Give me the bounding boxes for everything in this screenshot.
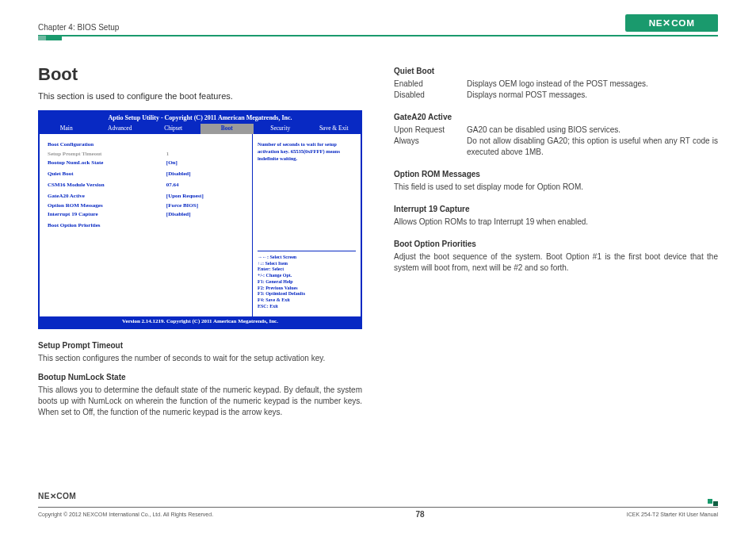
section-heading: GateA20 Active	[394, 112, 718, 123]
definition-term: Enabled	[394, 79, 467, 90]
section-heading: Setup Prompt Timeout	[38, 340, 362, 351]
section-body: This field is used to set display mode f…	[394, 182, 718, 193]
right-text-sections: Quiet BootEnabledDisplays OEM logo inste…	[394, 66, 718, 274]
bios-left-panel: Boot ConfigurationSetup Prompt Timeout1B…	[40, 134, 253, 316]
section-heading: Bootup NumLock State	[38, 372, 362, 383]
section-body: Adjust the boot sequence of the system. …	[394, 251, 718, 274]
right-column: Quiet BootEnabledDisplays OEM logo inste…	[394, 63, 718, 418]
bios-help-key-line: F2: Previous Values	[258, 286, 356, 292]
chapter-label: Chapter 4: BIOS Setup	[38, 23, 119, 32]
bios-setting-row: Interrupt 19 Capture[Disabled]	[48, 210, 244, 220]
bios-footer-bar: Version 2.14.1219. Copyright (C) 2011 Am…	[40, 316, 361, 328]
bios-setting-value: [Force BIOS]	[166, 201, 244, 211]
content-columns: Boot This section is used to configure t…	[38, 63, 718, 418]
header-accent-icon	[38, 36, 62, 40]
section-heading: Boot Option Priorities	[394, 239, 718, 250]
bios-setting-row: Quiet Boot[Disabled]	[48, 170, 244, 179]
section-body: This allows you to determine the default…	[38, 385, 362, 418]
svg-text:NE✕COM: NE✕COM	[38, 492, 76, 500]
bios-help-key-line: F1: General Help	[258, 279, 356, 286]
definition-desc: Do not allow disabling GA20; this option…	[467, 136, 718, 158]
footer-manual-name: ICEK 254-T2 Starter Kit User Manual	[627, 512, 718, 517]
bios-screenshot: Aptio Setup Utility - Copyright (C) 2011…	[38, 110, 362, 328]
bios-setting-value	[166, 221, 244, 231]
bios-help-key-line: →←: Select Screen	[258, 255, 356, 261]
bios-setting-value: [Disabled]	[166, 170, 244, 179]
bios-setting-label: GateA20 Active	[48, 192, 166, 201]
right-section: GateA20 ActiveUpon RequestGA20 can be di…	[394, 112, 718, 158]
bios-setting-value: 07.64	[166, 181, 244, 190]
right-section: Option ROM MessagesThis field is used to…	[394, 169, 718, 193]
footer-copyright: Copyright © 2012 NEXCOM International Co…	[38, 512, 213, 517]
page-footer: NE✕COM Copyright © 2012 NEXCOM Internati…	[38, 507, 718, 519]
definition-term: Upon Request	[394, 125, 467, 136]
bios-setting-row: CSM16 Module Version07.64	[48, 181, 244, 190]
bios-help-key-line: Enter: Select	[258, 266, 356, 273]
bios-tab-main: Main	[40, 124, 94, 134]
bios-setting-row: Option ROM Messages[Force BIOS]	[48, 201, 244, 211]
definition-desc: Displays OEM logo instead of the POST me…	[467, 79, 718, 90]
bios-help-key-line: +/-: Change Opt.	[258, 273, 356, 279]
bios-setting-value: [Upon Request]	[166, 192, 244, 201]
section-heading: Quiet Boot	[394, 66, 718, 77]
bios-help-keys: →←: Select Screen↑↓: Select ItemEnter: S…	[258, 251, 356, 310]
bios-right-panel: Number of seconds to wait for setup acti…	[253, 134, 361, 316]
left-column: Boot This section is used to configure t…	[38, 63, 362, 418]
right-section: Quiet BootEnabledDisplays OEM logo inste…	[394, 66, 718, 101]
bios-setting-label: CSM16 Module Version	[48, 181, 166, 190]
svg-text:NE✕COM: NE✕COM	[648, 17, 694, 28]
bios-setting-row: Boot Option Priorities	[48, 221, 244, 231]
bios-help-description: Number of seconds to wait for setup acti…	[258, 140, 356, 162]
bios-tab-chipset: Chipset	[147, 124, 200, 134]
definition-term: Disabled	[394, 90, 467, 101]
bios-tab-advanced: Advanced	[94, 124, 147, 134]
bios-help-key-line: F4: Save & Exit	[258, 297, 356, 304]
definition-row: DisabledDisplays normal POST messages.	[394, 90, 718, 101]
definition-row: Upon RequestGA20 can be disabled using B…	[394, 125, 718, 136]
bios-setting-value	[166, 140, 244, 150]
bios-settings-table: Boot ConfigurationSetup Prompt Timeout1B…	[48, 140, 244, 231]
bios-help-key-line: ↑↓: Select Item	[258, 261, 356, 267]
definition-desc: Displays normal POST messages.	[467, 90, 718, 101]
bios-setting-label: Setup Prompt Timeout	[48, 150, 166, 159]
right-section: Interrupt 19 CaptureAllows Option ROMs t…	[394, 204, 718, 228]
page-number: 78	[415, 510, 424, 519]
bios-setting-value: [On]	[166, 159, 244, 168]
bios-setting-label: Boot Option Priorities	[48, 221, 166, 231]
section-heading: Interrupt 19 Capture	[394, 204, 718, 215]
definition-desc: GA20 can be disabled using BIOS services…	[467, 125, 718, 136]
page-header: Chapter 4: BIOS Setup NE✕COM	[38, 14, 718, 36]
section-body: Allows Option ROMs to trap Interrupt 19 …	[394, 217, 718, 228]
footer-logo-icon: NE✕COM	[38, 489, 107, 502]
left-text-sections: Setup Prompt TimeoutThis section configu…	[38, 340, 362, 418]
intro-text: This section is used to configure the bo…	[38, 90, 362, 102]
bios-help-key-line: ESC: Exit	[258, 304, 356, 310]
right-section: Boot Option PrioritiesAdjust the boot se…	[394, 239, 718, 274]
bios-tab-boot: Boot	[200, 124, 254, 134]
bios-setting-row: GateA20 Active[Upon Request]	[48, 192, 244, 201]
bios-setting-label: Boot Configuration	[48, 140, 166, 150]
bios-setting-row: Boot Configuration	[48, 140, 244, 150]
bios-tab-security: Security	[254, 124, 307, 134]
bios-setting-row: Bootup NumLock State[On]	[48, 159, 244, 168]
section-body: This section configures the number of se…	[38, 353, 362, 364]
bios-body: Boot ConfigurationSetup Prompt Timeout1B…	[40, 134, 361, 316]
bios-setting-value: [Disabled]	[166, 210, 244, 220]
bios-tab-save-exit: Save & Exit	[307, 124, 361, 134]
bios-setting-label: Option ROM Messages	[48, 201, 166, 211]
definition-row: EnabledDisplays OEM logo instead of the …	[394, 79, 718, 90]
nexcom-logo-icon: NE✕COM	[625, 14, 718, 32]
bios-setting-row: Setup Prompt Timeout1	[48, 150, 244, 159]
bios-setting-label: Interrupt 19 Capture	[48, 210, 166, 220]
bios-setting-label: Bootup NumLock State	[48, 159, 166, 168]
page-title: Boot	[38, 63, 362, 87]
footer-squares-icon	[707, 499, 718, 504]
bios-help-key-line: F3: Optimized Defaults	[258, 291, 356, 297]
definition-term: Always	[394, 136, 467, 158]
bios-tab-row: MainAdvancedChipsetBootSecuritySave & Ex…	[40, 124, 361, 134]
section-heading: Option ROM Messages	[394, 169, 718, 180]
bios-title-bar: Aptio Setup Utility - Copyright (C) 2011…	[40, 112, 361, 124]
definition-row: AlwaysDo not allow disabling GA20; this …	[394, 136, 718, 158]
bios-setting-value: 1	[166, 150, 244, 159]
bios-setting-label: Quiet Boot	[48, 170, 166, 179]
